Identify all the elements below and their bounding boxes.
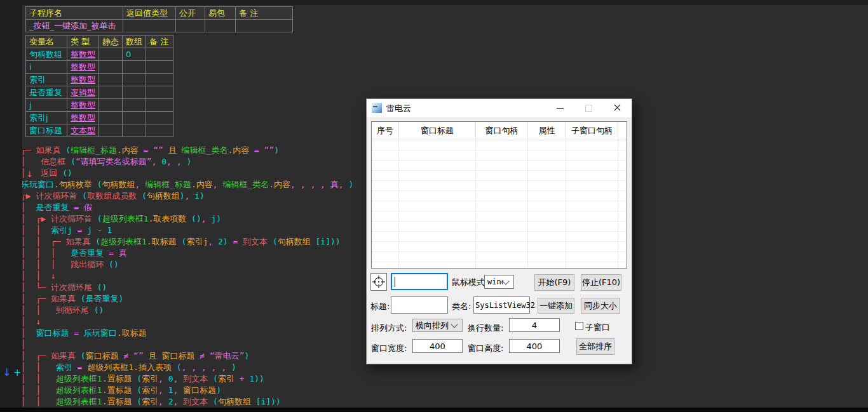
code-line[interactable]: ┌─ 如果真 (编辑框_标题.内容 = “” 且 编辑框_类名.内容 = “”) xyxy=(21,145,382,156)
table-cell[interactable] xyxy=(146,124,173,137)
table-cell[interactable] xyxy=(123,20,176,32)
window-listview[interactable]: 序号窗口标题窗口句柄属性子窗口句柄 xyxy=(371,121,627,269)
table-cell[interactable]: _按钮_一键添加_被单击 xyxy=(26,20,123,32)
table-cell[interactable] xyxy=(123,61,146,74)
window-height-input[interactable]: 400 xyxy=(509,339,560,353)
listview-column-header[interactable]: 子窗口句柄 xyxy=(566,122,618,140)
code-line[interactable]: │ 信息框 (“请填写类名或标题”, 0, , ) xyxy=(21,156,382,168)
code-line[interactable]: │ 窗口标题 = 乐玩窗口.取标题 xyxy=(21,328,382,339)
table-cell[interactable] xyxy=(123,112,146,124)
listview-column-header[interactable]: 属性 xyxy=(528,122,566,140)
code-line[interactable]: │ └─ 计次循环尾 () xyxy=(21,282,382,293)
table-cell[interactable] xyxy=(146,61,173,74)
table-cell[interactable]: 索引j xyxy=(26,112,67,124)
table-cell[interactable]: 窗口标题 xyxy=(26,124,67,137)
window-titlebar[interactable]: 雷电云 xyxy=(367,99,632,117)
table-cell[interactable] xyxy=(99,61,123,74)
code-token: ) xyxy=(231,362,236,372)
code-editor[interactable]: ┌─ 如果真 (编辑框_标题.内容 = “” 且 编辑框_类名.内容 = “”)… xyxy=(21,145,382,412)
code-line[interactable]: │ │ 索引 = 超级列表框1.插入表项 (, , , , , ) xyxy=(21,362,382,373)
table-cell[interactable] xyxy=(146,74,173,86)
grid-line xyxy=(475,140,476,268)
table-cell[interactable]: 索引 xyxy=(26,74,67,86)
table-cell[interactable] xyxy=(99,112,123,124)
code-line[interactable]: │ ┌─ 如果真 (是否重复) xyxy=(21,293,382,305)
table-cell[interactable]: 整数型 xyxy=(67,74,99,86)
minimize-button[interactable] xyxy=(546,99,574,117)
table-cell[interactable] xyxy=(123,86,146,99)
code-line[interactable]: │ 是否重复 = 假 xyxy=(21,202,382,213)
table-cell[interactable] xyxy=(236,20,293,32)
code-line[interactable]: │ │ │ 跳出循环 () xyxy=(21,259,382,270)
table-cell[interactable] xyxy=(99,48,123,61)
flow-connector: │ │ xyxy=(21,374,56,383)
table-cell[interactable] xyxy=(146,86,173,99)
code-line[interactable]: │ │ ↓ xyxy=(21,270,382,282)
code-line[interactable]: │ ↓ xyxy=(21,316,382,328)
table-cell[interactable] xyxy=(99,74,123,86)
code-line[interactable]: ┌▶ 计次循环首 (取数组成员数 (句柄数组), i) xyxy=(21,190,382,202)
target-input[interactable] xyxy=(391,273,448,290)
listview-header[interactable]: 序号窗口标题窗口句柄属性子窗口句柄 xyxy=(372,122,627,140)
table-cell[interactable] xyxy=(123,74,146,86)
code-line[interactable]: │ ┌▶ 计次循环首 (超级列表框1.取表项数 (), j) xyxy=(21,213,382,225)
title-input[interactable] xyxy=(391,296,448,314)
code-token: 计次循环首 xyxy=(36,191,82,201)
code-line[interactable]: │ │ 索引j = j - 1 xyxy=(21,225,382,236)
mouse-mode-combobox[interactable]: wind xyxy=(484,275,514,289)
listview-column-header[interactable]: 窗口句柄 xyxy=(476,122,528,140)
table-cell[interactable] xyxy=(176,20,205,32)
table-cell[interactable] xyxy=(99,124,123,137)
table-cell[interactable]: i xyxy=(26,61,67,74)
table-cell[interactable]: 文本型 xyxy=(67,124,99,137)
table-cell[interactable] xyxy=(99,99,123,112)
listview-column-header[interactable]: 窗口标题 xyxy=(399,122,476,140)
table-cell[interactable] xyxy=(123,124,146,137)
table-cell[interactable]: 句柄数组 xyxy=(26,48,67,61)
code-line[interactable]: │ xyxy=(21,339,382,350)
gutter-plus-icon[interactable]: + xyxy=(13,367,22,378)
table-cell[interactable] xyxy=(123,99,146,112)
table-cell[interactable] xyxy=(205,20,236,32)
subprogram-table[interactable]: 子程序名返回值类型公开易包备 注_按钮_一键添加_被单击 xyxy=(25,6,293,32)
window-width-input[interactable]: 400 xyxy=(412,339,463,353)
code-line[interactable]: │ 返回 () xyxy=(21,168,382,179)
table-cell[interactable]: 0 xyxy=(123,48,146,61)
table-cell[interactable] xyxy=(146,99,173,112)
maximize-button[interactable] xyxy=(574,99,603,117)
table-cell[interactable]: 整数型 xyxy=(67,61,99,74)
table-cell[interactable]: 逻辑型 xyxy=(67,86,99,99)
code-line[interactable]: │ │ 超级列表框1.置标题 (索引, 0, 到文本 (索引 + 1)) xyxy=(21,373,382,385)
wrap-count-input[interactable]: 4 xyxy=(509,318,560,332)
sort-all-button[interactable]: 全部排序 xyxy=(576,338,614,355)
code-line[interactable]: 乐玩窗口.句柄枚举 (句柄数组, 编辑框_标题.内容, 编辑框_类名.内容, ,… xyxy=(21,179,382,190)
listview-column-header[interactable]: 序号 xyxy=(372,122,399,140)
class-input[interactable]: SysListView32 xyxy=(473,296,530,314)
table-cell[interactable]: 整数型 xyxy=(67,112,99,124)
stop-button[interactable]: 停止(F10) xyxy=(581,274,621,291)
variable-table[interactable]: 变量名类 型静态数组备 注句柄数组整数型0i整数型索引整数型是否重复逻辑型j整数… xyxy=(25,35,173,137)
sync-size-button[interactable]: 同步大小 xyxy=(581,298,620,314)
code-line[interactable]: │ │ 超级列表框1.置标题 (索引, 2, 到文本 (句柄数组 [i])) xyxy=(21,396,382,408)
table-cell[interactable]: 整数型 xyxy=(67,99,99,112)
code-token: )) xyxy=(254,374,264,383)
crosshair-picker-button[interactable] xyxy=(370,273,387,291)
code-line[interactable]: │ ┌─ 如果真 (窗口标题 ≠ “” 且 窗口标题 ≠ “雷电云”) xyxy=(21,350,382,362)
code-line[interactable]: │ │ 到循环尾 () xyxy=(21,305,382,316)
table-cell[interactable]: 整数型 xyxy=(67,48,99,61)
close-button[interactable] xyxy=(603,99,632,117)
start-button[interactable]: 开始(F9) xyxy=(534,274,574,291)
listview-body[interactable] xyxy=(372,140,627,268)
table-cell[interactable] xyxy=(99,86,123,99)
code-line[interactable]: │ │ 超级列表框1.置标题 (索引, 1, 窗口标题) xyxy=(21,385,382,396)
table-cell[interactable] xyxy=(146,48,173,61)
arrange-combobox[interactable]: 横向排列 xyxy=(412,319,463,332)
code-line[interactable]: │ │ ┌─ 如果真 (超级列表框1.取标题 (索引j, 2) = 到文本 (句… xyxy=(21,236,382,248)
column-header: 易包 xyxy=(205,7,236,20)
table-cell[interactable]: 是否重复 xyxy=(26,86,67,99)
one-click-add-button[interactable]: 一键添加 xyxy=(538,298,574,314)
table-cell[interactable] xyxy=(146,112,173,124)
child-window-checkbox[interactable] xyxy=(575,322,583,330)
code-line[interactable]: │ │ │ 是否重复 = 真 xyxy=(21,248,382,259)
table-cell[interactable]: j xyxy=(26,99,67,112)
